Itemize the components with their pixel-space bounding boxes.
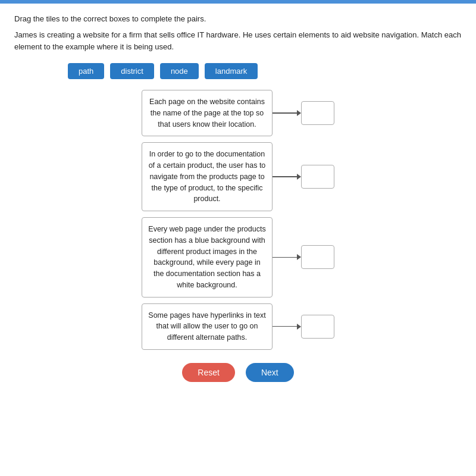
- context-instruction: James is creating a website for a firm t…: [14, 29, 462, 52]
- arrow-4: [273, 324, 301, 330]
- drop-box-3[interactable]: [301, 245, 334, 269]
- next-button[interactable]: Next: [246, 363, 294, 382]
- pairs-area: Each page on the website contains the na…: [14, 90, 462, 350]
- pair-description-3: Every web page under the products sectio…: [142, 217, 273, 298]
- arrowhead-3: [297, 254, 301, 260]
- arrowhead-1: [297, 110, 301, 116]
- arrow-line-2: [273, 176, 297, 177]
- arrow-line-3: [273, 257, 297, 258]
- drop-box-2[interactable]: [301, 165, 334, 189]
- arrowhead-4: [297, 324, 301, 330]
- pair-row-4: Some pages have hyperlinks in text that …: [142, 303, 334, 350]
- tile-landmark[interactable]: landmark: [205, 63, 258, 79]
- drag-instruction: Drag the tiles to the correct boxes to c…: [14, 14, 462, 23]
- page-container: Drag the tiles to the correct boxes to c…: [0, 4, 476, 476]
- pair-description-1: Each page on the website contains the na…: [142, 90, 273, 136]
- tiles-row: path district node landmark: [68, 63, 462, 79]
- drop-box-1[interactable]: [301, 101, 334, 125]
- arrow-2: [273, 174, 301, 180]
- drop-box-4[interactable]: [301, 315, 334, 339]
- arrowhead-2: [297, 174, 301, 180]
- pair-row-1: Each page on the website contains the na…: [142, 90, 334, 136]
- tile-district[interactable]: district: [110, 63, 154, 79]
- pair-row-2: In order to go to the documentation of a…: [142, 142, 334, 211]
- pair-description-2: In order to go to the documentation of a…: [142, 142, 273, 211]
- tile-path[interactable]: path: [68, 63, 104, 79]
- pair-row-3: Every web page under the products sectio…: [142, 217, 334, 298]
- reset-button[interactable]: Reset: [182, 363, 235, 382]
- buttons-row: Reset Next: [14, 363, 462, 382]
- tile-node[interactable]: node: [160, 63, 199, 79]
- arrow-3: [273, 254, 301, 260]
- pair-description-4: Some pages have hyperlinks in text that …: [142, 303, 273, 350]
- arrow-1: [273, 110, 301, 116]
- arrow-line-1: [273, 112, 297, 114]
- arrow-line-4: [273, 326, 297, 327]
